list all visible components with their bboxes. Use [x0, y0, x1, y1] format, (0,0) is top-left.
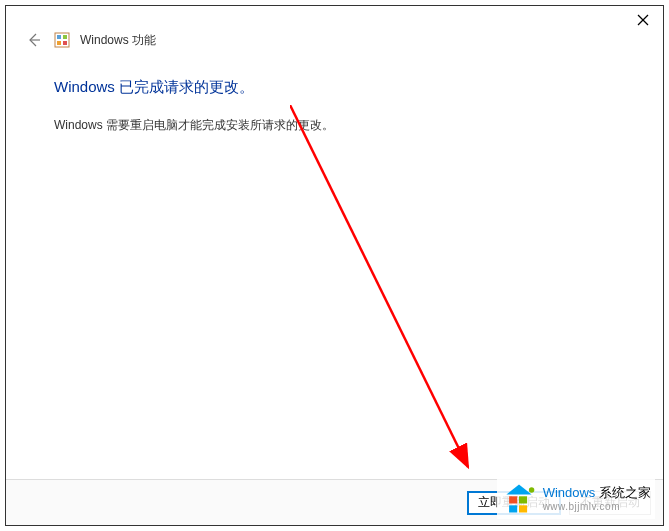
close-icon — [637, 14, 649, 26]
dialog-header: Windows 功能 — [6, 6, 663, 58]
watermark-logo-icon — [501, 481, 537, 517]
svg-rect-13 — [509, 505, 517, 512]
features-icon — [54, 32, 70, 48]
windows-features-dialog: Windows 功能 Windows 已完成请求的更改。 Windows 需要重… — [5, 5, 664, 526]
window-title: Windows 功能 — [80, 32, 156, 49]
svg-marker-15 — [506, 485, 531, 495]
description-text: Windows 需要重启电脑才能完成安装所请求的更改。 — [54, 117, 615, 134]
dialog-content: Windows 已完成请求的更改。 Windows 需要重启电脑才能完成安装所请… — [6, 58, 663, 154]
svg-rect-4 — [57, 35, 61, 39]
svg-rect-11 — [509, 496, 517, 503]
svg-rect-5 — [63, 35, 67, 39]
svg-rect-14 — [519, 505, 527, 512]
watermark-url: www.bjjmlv.com — [543, 501, 651, 513]
svg-rect-12 — [519, 496, 527, 503]
watermark-text: Windows 系统之家 www.bjjmlv.com — [543, 485, 651, 513]
watermark: Windows 系统之家 www.bjjmlv.com — [497, 479, 655, 519]
back-button[interactable] — [24, 30, 44, 50]
svg-point-16 — [529, 487, 534, 492]
back-arrow-icon — [26, 32, 42, 48]
watermark-brand: Windows 系统之家 — [543, 485, 651, 501]
close-button[interactable] — [633, 10, 653, 30]
main-heading: Windows 已完成请求的更改。 — [54, 78, 615, 97]
svg-rect-7 — [63, 41, 67, 45]
svg-rect-6 — [57, 41, 61, 45]
